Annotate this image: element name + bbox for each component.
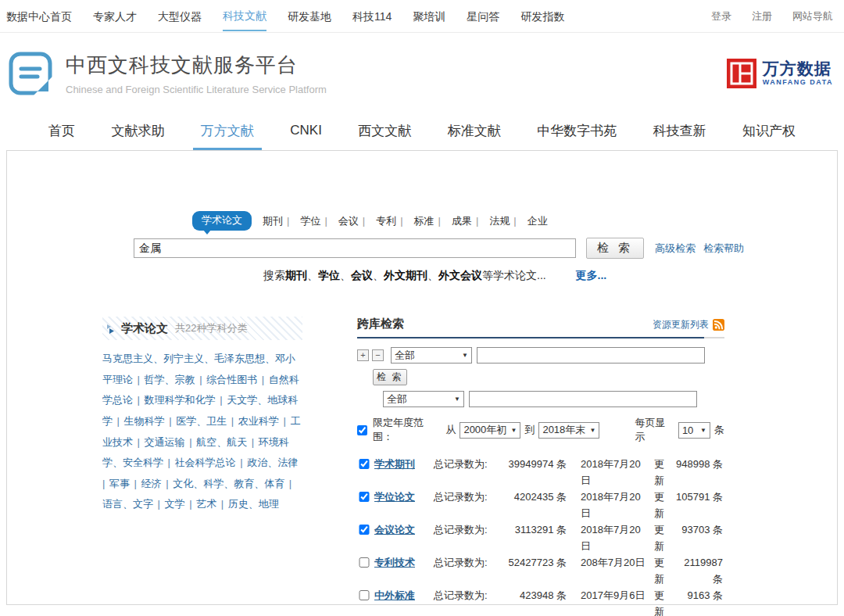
search-link-检索帮助[interactable]: 检索帮助	[703, 242, 744, 256]
db-checkbox-会议论文[interactable]	[357, 525, 371, 535]
db-link-学位论文[interactable]: 学位论文	[371, 489, 434, 505]
search-tab-成果[interactable]: 成果	[452, 215, 472, 227]
cross-search-input-1[interactable]	[477, 347, 705, 364]
cross-search-title: 跨库检索	[357, 317, 404, 331]
field-select-1[interactable]: 全部 ▼	[391, 347, 472, 364]
db-checkbox-中外标准[interactable]	[357, 590, 371, 600]
chevron-down-icon: ▼	[454, 396, 460, 403]
subject-link[interactable]: 医学、卫生	[176, 415, 227, 427]
subject-link[interactable]: 社会科学总论	[175, 457, 236, 468]
site-header: 中西文科技文献服务平台 Chinese and Foreign Scientif…	[0, 33, 844, 113]
main-nav-item-中华数字书苑[interactable]: 中华数字书苑	[529, 113, 624, 150]
top-nav-item-聚培训[interactable]: 聚培训	[413, 2, 445, 30]
top-nav-item-科技文献[interactable]: 科技文献	[223, 2, 266, 31]
db-link-专利技术[interactable]: 专利技术	[371, 554, 434, 571]
hint-separator: 、	[427, 269, 438, 281]
search-tab-active[interactable]: 学术论文	[192, 211, 252, 231]
top-nav-item-星问答[interactable]: 星问答	[467, 2, 499, 30]
subject-link[interactable]: 航空、航天	[196, 436, 247, 448]
db-updated-count: 9163 条	[673, 587, 723, 603]
hint-separator: 、	[340, 269, 351, 281]
hint-bold-word: 学位	[318, 269, 340, 281]
subject-separator: |	[249, 436, 257, 448]
subject-link[interactable]: 政治、法律	[247, 457, 298, 468]
db-link-会议论文[interactable]: 会议论文	[371, 521, 434, 538]
subject-link[interactable]: 综合性图书	[206, 374, 257, 385]
db-checkbox-专利技术[interactable]	[357, 557, 371, 568]
search-input[interactable]	[134, 238, 576, 258]
db-link-中外标准[interactable]: 中外标准	[371, 587, 434, 603]
subject-link[interactable]: 农业科学	[238, 415, 279, 427]
search-tab-法规[interactable]: 法规	[489, 215, 510, 227]
year-to-select[interactable]: 2018年末 ▼	[538, 422, 599, 439]
add-condition-button[interactable]: +	[357, 349, 369, 361]
db-checkbox-学位论文[interactable]	[357, 492, 371, 502]
db-link-学术期刊[interactable]: 学术期刊	[371, 456, 434, 472]
main-nav-item-科技查新[interactable]: 科技查新	[646, 113, 714, 150]
top-nav-item-数据中心首页[interactable]: 数据中心首页	[6, 2, 72, 30]
top-nav-right-网站导航[interactable]: 网站导航	[792, 9, 833, 23]
top-nav-item-研发指数[interactable]: 研发指数	[520, 2, 564, 30]
year-from-select[interactable]: 2000年初 ▼	[460, 422, 520, 439]
db-update-label: 更新	[648, 456, 673, 489]
remove-condition-button[interactable]: −	[372, 349, 384, 361]
subject-link[interactable]: 文化、科学、教育、体育	[173, 478, 284, 489]
hint-bold-word: 外文期刊	[384, 269, 427, 281]
year-to-label: 到	[524, 423, 535, 437]
search-link-高级检索[interactable]: 高级检索	[655, 242, 696, 256]
rss-icon[interactable]	[713, 319, 724, 331]
top-nav-right-注册[interactable]: 注册	[752, 9, 772, 23]
subject-separator: |	[134, 374, 143, 385]
chevron-down-icon: ▼	[589, 427, 595, 434]
page-size-select[interactable]: 10 ▼	[678, 422, 710, 439]
search-tab-会议[interactable]: 会议	[338, 215, 359, 227]
db-update-date: 2018年7月20日	[567, 489, 648, 521]
subject-link[interactable]: 数理科学和化学	[145, 394, 216, 406]
search-tab-企业[interactable]: 企业	[528, 215, 548, 227]
db-row-学术期刊: 学术期刊总记录数为:39949974 条2018年7月20日更新948998 条	[357, 456, 724, 489]
main-nav-item-CNKI[interactable]: CNKI	[282, 113, 330, 150]
hint-prefix: 搜索	[263, 269, 285, 281]
subject-separator: |	[228, 415, 237, 427]
subject-link[interactable]: 军事	[109, 478, 130, 489]
search-tab-学位[interactable]: 学位	[300, 215, 320, 227]
db-total-count: 52427723 条	[499, 554, 567, 571]
subject-link[interactable]: 哲学、宗教	[145, 374, 195, 385]
subject-separator: |	[218, 498, 227, 510]
field-select-2[interactable]: 全部 ▼	[383, 391, 464, 407]
cross-search-button[interactable]: 检 索	[373, 369, 407, 385]
search-tab-标准[interactable]: 标准	[414, 215, 435, 227]
resource-update-list-link[interactable]: 资源更新列表	[653, 318, 709, 331]
cross-search-input-2[interactable]	[469, 391, 697, 407]
main-nav-item-西文文献[interactable]: 西文文献	[350, 113, 419, 150]
subject-link[interactable]: 经济	[141, 478, 162, 489]
wanfang-brand-logo: 万方数据 WANFANG DATA	[727, 59, 833, 88]
main-nav-item-知识产权[interactable]: 知识产权	[735, 113, 803, 150]
db-checkbox-学术期刊[interactable]	[357, 459, 371, 469]
top-nav-item-研发基地[interactable]: 研发基地	[288, 2, 331, 30]
search-tab-期刊[interactable]: 期刊	[263, 215, 283, 227]
search-button[interactable]: 检 索	[586, 238, 644, 259]
top-nav-right-登录[interactable]: 登录	[711, 9, 731, 23]
main-nav-item-文献求助[interactable]: 文献求助	[103, 113, 172, 150]
page-size-unit: 条	[714, 423, 724, 437]
db-updated-count: 2119987 条	[673, 554, 723, 587]
search-tab-专利[interactable]: 专利	[376, 215, 396, 227]
top-nav-item-科技114[interactable]: 科技114	[352, 2, 392, 30]
chevron-down-icon: ▼	[510, 427, 517, 434]
main-nav-item-标准文献[interactable]: 标准文献	[440, 113, 509, 150]
subject-separator: |	[187, 498, 195, 510]
top-nav-item-专家人才[interactable]: 专家人才	[93, 2, 137, 30]
subject-link[interactable]: 文学	[165, 498, 185, 510]
year-range-checkbox[interactable]	[357, 425, 367, 435]
top-nav-item-大型仪器[interactable]: 大型仪器	[158, 2, 202, 30]
more-link[interactable]: 更多...	[576, 269, 607, 281]
subject-link[interactable]: 生物科学	[124, 415, 165, 427]
subject-link[interactable]: 艺术	[196, 498, 216, 510]
subject-link[interactable]: 历史、地理	[228, 498, 279, 510]
tab-separator: |	[324, 215, 327, 227]
subject-link[interactable]: 交通运输	[145, 436, 185, 448]
main-nav-item-万方文献[interactable]: 万方文献	[193, 113, 262, 150]
subject-link[interactable]: 语言、文字	[102, 498, 153, 510]
main-nav-item-首页[interactable]: 首页	[41, 113, 83, 150]
